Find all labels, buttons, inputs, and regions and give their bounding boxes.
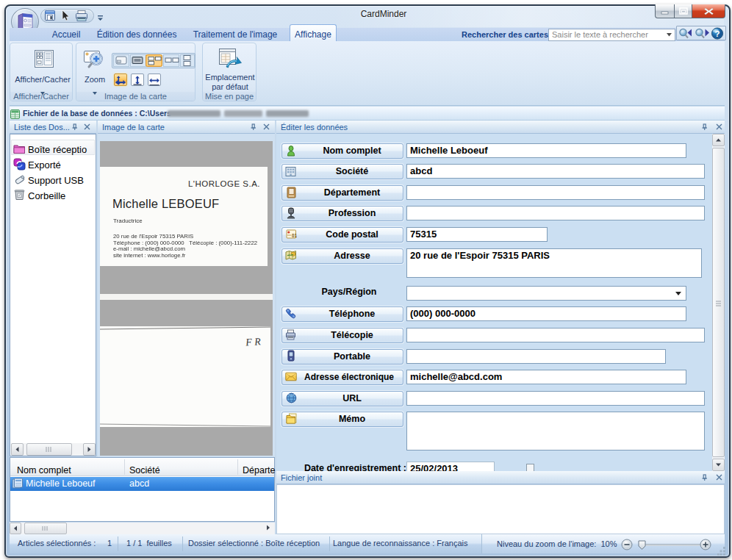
svg-text:01: 01	[292, 233, 297, 238]
svg-text:?: ?	[714, 29, 720, 38]
svg-text:F R: F R	[245, 336, 262, 348]
